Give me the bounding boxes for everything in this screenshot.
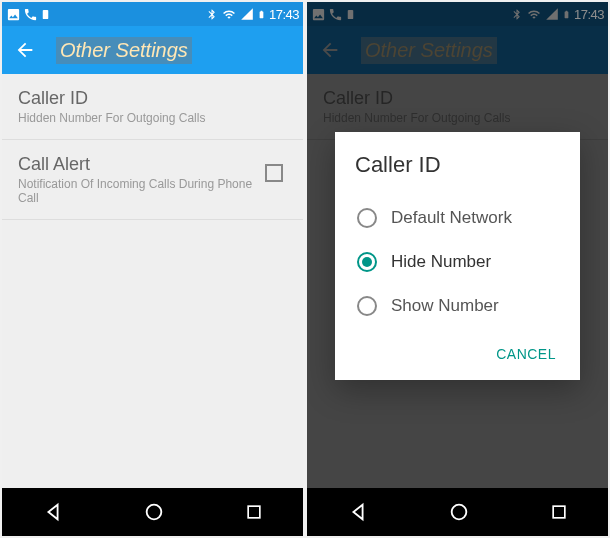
caller-id-setting[interactable]: Caller ID Hidden Number For Outgoing Cal… [2,74,303,140]
cancel-button[interactable]: CANCEL [492,338,560,370]
nav-home-button[interactable] [448,501,470,523]
nav-bar [307,488,608,536]
bluetooth-icon [206,7,218,22]
nav-bar [2,488,303,536]
device-icon [40,7,51,22]
radio-option-hide[interactable]: Hide Number [355,240,560,284]
page-title: Other Settings [56,37,192,64]
radio-option-default[interactable]: Default Network [355,196,560,240]
svg-rect-0 [43,9,49,18]
wifi-icon [221,8,237,21]
battery-icon [257,7,266,22]
radio-label: Show Number [391,296,499,316]
phone-icon [23,7,38,22]
radio-label: Hide Number [391,252,491,272]
image-icon [6,7,21,22]
setting-subtitle: Notification Of Incoming Calls During Ph… [18,177,265,205]
app-bar: Other Settings [2,26,303,74]
setting-title: Caller ID [18,88,287,109]
radio-icon [357,296,377,316]
svg-rect-5 [553,506,565,518]
setting-title: Call Alert [18,154,265,175]
nav-back-button[interactable] [42,501,64,523]
svg-point-4 [451,505,466,520]
radio-icon [357,208,377,228]
back-arrow-icon[interactable] [14,39,36,61]
signal-icon [240,7,254,21]
call-alert-setting[interactable]: Call Alert Notification Of Incoming Call… [2,140,303,220]
settings-list: Caller ID Hidden Number For Outgoing Cal… [2,74,303,488]
setting-subtitle: Hidden Number For Outgoing Calls [18,111,287,125]
radio-option-show[interactable]: Show Number [355,284,560,328]
svg-rect-2 [248,506,260,518]
phone-left: 17:43 Other Settings Caller ID Hidden Nu… [2,2,303,536]
nav-back-button[interactable] [347,501,369,523]
call-alert-checkbox[interactable] [265,164,283,182]
phone-right: 17:43 Other Settings Caller ID Hidden Nu… [307,2,608,536]
status-bar: 17:43 [2,2,303,26]
caller-id-dialog: Caller ID Default Network Hide Number Sh… [335,132,580,380]
dialog-title: Caller ID [355,152,560,178]
svg-point-1 [146,505,161,520]
radio-label: Default Network [391,208,512,228]
nav-home-button[interactable] [143,501,165,523]
status-time: 17:43 [269,7,299,22]
nav-recent-button[interactable] [549,502,569,522]
nav-recent-button[interactable] [244,502,264,522]
radio-icon [357,252,377,272]
